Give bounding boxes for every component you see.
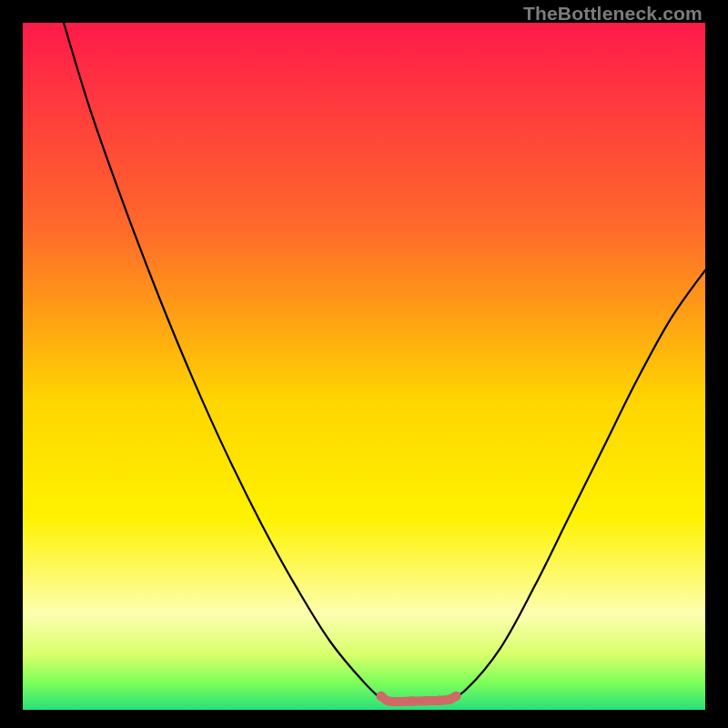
bottleneck-chart [23, 23, 705, 710]
watermark-text: TheBottleneck.com [523, 3, 703, 25]
gradient-background [23, 23, 705, 710]
highlight-segment-point [393, 697, 402, 706]
highlight-segment-point [451, 692, 460, 701]
highlight-segment-point [420, 696, 430, 705]
highlight-segment-point [383, 696, 392, 705]
highlight-segment-point [434, 696, 443, 705]
highlight-segment-point [407, 696, 416, 705]
chart-container: TheBottleneck.com [0, 0, 728, 728]
